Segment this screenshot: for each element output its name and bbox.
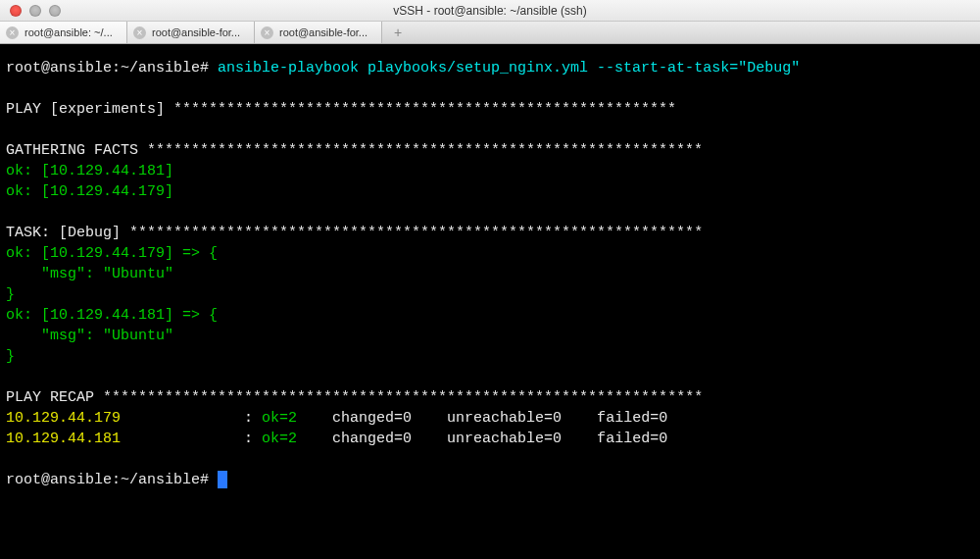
- task-label: TASK: [Debug]: [6, 225, 129, 241]
- recap-host: 10.129.44.179: [6, 410, 121, 427]
- cursor: [218, 471, 227, 488]
- traffic-lights: [0, 5, 61, 17]
- play-header-stars: ****************************************…: [173, 101, 676, 118]
- recap-host: 10.129.44.181: [6, 431, 121, 447]
- play-header-label: PLAY [experiments]: [6, 101, 173, 118]
- window-title: vSSH - root@ansible: ~/ansible (ssh): [0, 4, 980, 18]
- close-icon[interactable]: ×: [6, 26, 19, 39]
- debug-output: ok: [10.129.44.179] => {: [6, 243, 974, 264]
- tab-session-1[interactable]: × root@ansible: ~/...: [0, 22, 127, 43]
- close-window-button[interactable]: [10, 5, 22, 17]
- tab-label: root@ansible-for...: [279, 26, 368, 38]
- plus-icon: +: [394, 25, 402, 40]
- ok-line: ok: [10.129.44.179]: [6, 181, 974, 202]
- minimize-window-button[interactable]: [29, 5, 41, 17]
- debug-output: }: [6, 346, 974, 367]
- titlebar: vSSH - root@ansible: ~/ansible (ssh): [0, 0, 980, 22]
- recap-ok: ok=2: [262, 431, 323, 447]
- tab-label: root@ansible-for...: [152, 26, 240, 38]
- task-stars: ****************************************…: [129, 225, 703, 241]
- recap-rest: changed=0 unreachable=0 failed=0: [323, 431, 694, 447]
- tab-label: root@ansible: ~/...: [24, 26, 113, 38]
- recap-rest: changed=0 unreachable=0 failed=0: [323, 410, 694, 427]
- add-tab-button[interactable]: +: [382, 22, 414, 43]
- close-icon[interactable]: ×: [261, 26, 273, 39]
- debug-output: }: [6, 284, 974, 305]
- recap-label: PLAY RECAP: [6, 389, 103, 406]
- recap-stars: ****************************************…: [103, 389, 703, 406]
- debug-output: "msg": "Ubuntu": [6, 264, 974, 284]
- command-text: ansible-playbook playbooks/setup_nginx.y…: [218, 60, 800, 76]
- tab-session-2[interactable]: × root@ansible-for...: [127, 22, 255, 43]
- prompt: root@ansible:~/ansible#: [6, 60, 218, 76]
- tab-bar: × root@ansible: ~/... × root@ansible-for…: [0, 22, 980, 44]
- gathering-facts-stars: ****************************************…: [147, 142, 703, 159]
- debug-output: "msg": "Ubuntu": [6, 326, 974, 346]
- tab-session-3[interactable]: × root@ansible-for...: [255, 22, 382, 43]
- close-icon[interactable]: ×: [133, 26, 146, 39]
- recap-ok: ok=2: [262, 410, 323, 427]
- recap-separator: :: [121, 410, 262, 427]
- prompt: root@ansible:~/ansible#: [6, 472, 218, 488]
- terminal[interactable]: root@ansible:~/ansible# ansible-playbook…: [0, 44, 980, 559]
- ok-line: ok: [10.129.44.181]: [6, 161, 974, 181]
- debug-output: ok: [10.129.44.181] => {: [6, 305, 974, 326]
- maximize-window-button[interactable]: [49, 5, 61, 17]
- recap-separator: :: [121, 431, 262, 447]
- gathering-facts-label: GATHERING FACTS: [6, 142, 147, 159]
